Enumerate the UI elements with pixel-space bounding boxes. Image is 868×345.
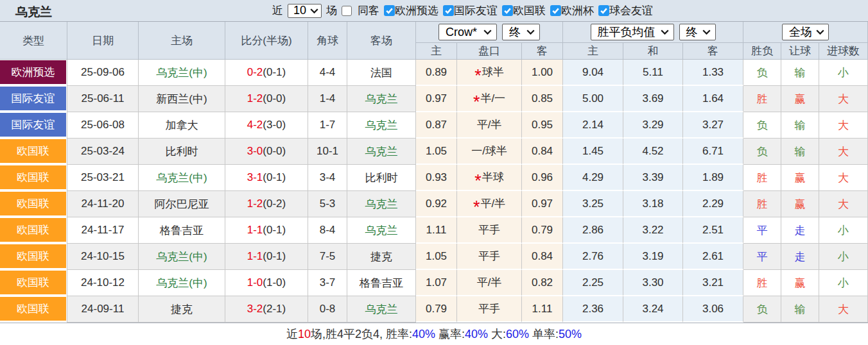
checkbox-checked-icon[interactable] xyxy=(550,5,561,16)
league-type-cell: 欧国联 xyxy=(0,244,67,270)
avg-draw-odds-cell: 5.11 xyxy=(623,60,683,86)
date-cell: 24-11-20 xyxy=(67,191,139,217)
table-header: 类型 日期 主场 比分(半场) 角球 客场 Crow* 终 胜平负均值 终 xyxy=(0,22,868,60)
col-header-date: 日期 xyxy=(67,22,139,60)
handicap-cell: *半/一 xyxy=(457,86,522,112)
home-team-cell: 乌克兰(中) xyxy=(139,165,225,191)
handicap-away-odds-cell: 0.96 xyxy=(522,165,563,191)
avg-win-odds-cell: 2.36 xyxy=(563,296,623,323)
filter-label[interactable]: 欧洲预选 xyxy=(395,3,438,18)
col-header-home: 主场 xyxy=(139,22,225,60)
scope-select[interactable]: 全场 xyxy=(782,24,829,40)
recent-count-select[interactable]: 10 xyxy=(288,4,322,18)
handicap-time-select[interactable]: 终 xyxy=(502,24,540,40)
col-header-avg-draw: 和 xyxy=(623,43,683,60)
table-row: 欧洲预选25-09-06乌克兰(中)0-2(0-1)4-4法国0.89*球半1.… xyxy=(0,60,868,86)
avg-draw-odds-cell: 3.19 xyxy=(623,244,683,270)
away-team-cell: 乌克兰 xyxy=(347,191,416,217)
europe-time-select[interactable]: 终 xyxy=(679,24,716,40)
table-row: 欧国联24-11-20阿尔巴尼亚1-2(0-2)5-3乌克兰0.92*平/半0.… xyxy=(0,191,868,217)
handicap-away-odds-cell: 0.85 xyxy=(522,86,563,112)
table-row: 国际友谊25-06-08加拿大4-2(3-0)1-7乌克兰0.87平/半0.95… xyxy=(0,112,868,139)
league-type-cell: 国际友谊 xyxy=(0,112,67,139)
summary-segment: 40% xyxy=(465,328,488,341)
handicap-home-odds-cell: 0.79 xyxy=(416,296,457,323)
filter-label[interactable]: 欧国联 xyxy=(513,3,546,18)
avg-lose-odds-cell: 1.33 xyxy=(683,60,743,86)
goal-result-cell: 大 xyxy=(819,165,868,191)
handicap-home-odds-cell: 0.87 xyxy=(416,112,457,139)
col-header-ah-result: 让球 xyxy=(781,43,819,60)
table-row: 欧国联24-10-12乌克兰(中)1-0(1-0)3-7格鲁吉亚1.07平/半0… xyxy=(0,270,868,296)
handicap-cell: 平手 xyxy=(457,217,522,244)
col-header-handicap-home: 主 xyxy=(416,43,457,60)
chevron-down-icon xyxy=(310,8,318,13)
result-cell: 平 xyxy=(743,244,781,270)
chevron-down-icon xyxy=(483,29,492,35)
result-cell: 负 xyxy=(743,60,781,86)
away-team-cell: 乌克兰 xyxy=(347,112,416,139)
summary-segment: 50% xyxy=(559,328,582,341)
checkbox-checked-icon[interactable] xyxy=(598,5,609,16)
date-cell: 25-03-21 xyxy=(67,165,139,191)
date-cell: 24-09-11 xyxy=(67,296,139,323)
avg-lose-odds-cell: 2.61 xyxy=(683,244,743,270)
result-cell: 胜 xyxy=(743,191,781,217)
date-cell: 24-11-17 xyxy=(67,217,139,244)
avg-draw-odds-cell: 3.29 xyxy=(623,112,683,139)
odds-company-select[interactable]: Crow* xyxy=(438,24,497,40)
checkbox-checked-icon[interactable] xyxy=(502,5,513,16)
col-header-type: 类型 xyxy=(0,22,67,60)
home-team-cell: 格鲁吉亚 xyxy=(139,217,225,244)
goal-result-cell: 大 xyxy=(819,86,868,112)
handicap-cell: *球半 xyxy=(457,60,522,86)
league-type-cell: 欧国联 xyxy=(0,270,67,296)
handicap-cell: 平/半 xyxy=(457,270,522,296)
handicap-cell: 平手 xyxy=(457,244,522,270)
avg-win-odds-cell: 2.76 xyxy=(563,244,623,270)
avg-win-odds-cell: 3.25 xyxy=(563,191,623,217)
handicap-cell: 一/球半 xyxy=(457,139,522,165)
handicap-home-odds-cell: 1.07 xyxy=(416,270,457,296)
checkbox-checked-icon[interactable] xyxy=(443,5,454,16)
handicap-cell: *平/半 xyxy=(457,191,522,217)
home-team-cell: 阿尔巴尼亚 xyxy=(139,191,225,217)
handicap-home-odds-cell: 1.11 xyxy=(416,217,457,244)
handicap-away-odds-cell: 0.95 xyxy=(522,112,563,139)
date-cell: 25-06-08 xyxy=(67,112,139,139)
avg-lose-odds-cell: 6.71 xyxy=(683,139,743,165)
col-header-corner: 角球 xyxy=(308,22,347,60)
score-cell: 1-1(0-1) xyxy=(225,217,308,244)
ah-result-cell: 走 xyxy=(781,217,819,244)
chevron-down-icon xyxy=(526,29,535,35)
filter-label[interactable]: 球会友谊 xyxy=(609,3,653,18)
avg-lose-odds-cell: 3.21 xyxy=(683,270,743,296)
table-body: 欧洲预选25-09-06乌克兰(中)0-2(0-1)4-4法国0.89*球半1.… xyxy=(0,60,868,323)
filter-label[interactable]: 同客 xyxy=(358,3,379,18)
score-cell: 4-2(3-0) xyxy=(225,112,308,139)
corners-cell: 3-4 xyxy=(308,165,347,191)
filter-label[interactable]: 欧洲杯 xyxy=(561,3,594,18)
col-header-handicap-away: 客 xyxy=(522,43,563,60)
filter-league-checkbox-item: 欧洲预选 xyxy=(384,3,438,18)
home-team-cell: 乌克兰(中) xyxy=(139,270,225,296)
score-cell: 3-1(0-1) xyxy=(225,165,308,191)
handicap-away-odds-cell: 0.82 xyxy=(522,270,563,296)
home-team-cell: 加拿大 xyxy=(139,112,225,139)
avg-win-odds-cell: 2.25 xyxy=(563,270,623,296)
page-title: 乌克兰 xyxy=(15,4,52,21)
filter-label[interactable]: 国际友谊 xyxy=(454,3,498,18)
league-type-cell: 欧国联 xyxy=(0,165,67,191)
checkbox-checked-icon[interactable] xyxy=(384,5,395,16)
checkbox-unchecked-icon[interactable] xyxy=(342,6,352,16)
ah-result-cell: 赢 xyxy=(781,86,819,112)
avg-draw-odds-cell: 3.22 xyxy=(623,217,683,244)
recent-label: 近 xyxy=(272,3,283,18)
summary-segment: 40% xyxy=(412,328,435,341)
avg-lose-odds-cell: 3.06 xyxy=(683,296,743,323)
goal-result-cell: 大 xyxy=(819,191,868,217)
europe-odds-select[interactable]: 胜平负均值 xyxy=(591,24,674,40)
goal-result-cell: 小 xyxy=(819,270,868,296)
avg-win-odds-cell: 1.45 xyxy=(563,139,623,165)
avg-win-odds-cell: 9.04 xyxy=(563,60,623,86)
